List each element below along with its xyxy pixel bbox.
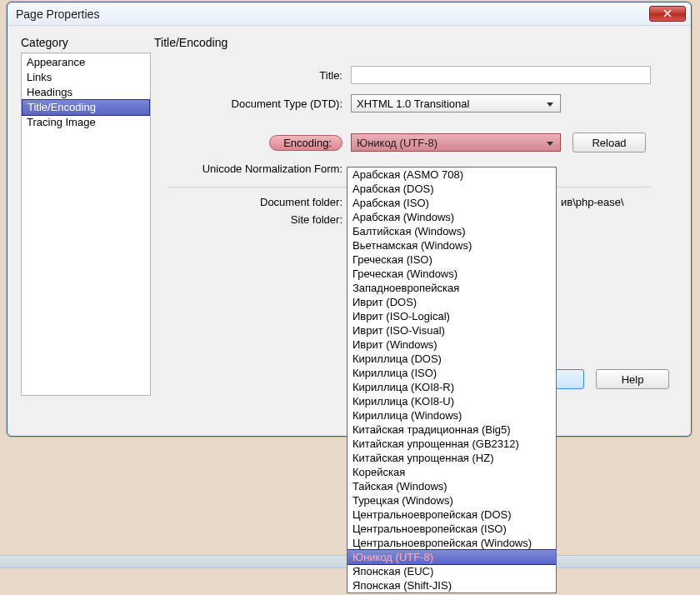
chevron-down-icon [543, 138, 557, 149]
close-icon [663, 9, 672, 19]
unf-label: Unicode Normalization Form: [168, 162, 351, 175]
site-folder-label: Site folder: [168, 213, 351, 226]
encoding-option[interactable]: Арабская (Windows) [348, 210, 556, 224]
encoding-option[interactable]: Кириллица (DOS) [348, 352, 556, 366]
encoding-option[interactable]: Арабская (DOS) [348, 182, 556, 196]
chevron-down-icon [543, 98, 557, 110]
dtd-combobox[interactable]: XHTML 1.0 Transitional [351, 94, 561, 112]
encoding-option[interactable]: Японская (EUC) [348, 564, 556, 578]
encoding-option[interactable]: Иврит (ISO-Logical) [348, 309, 556, 323]
help-button[interactable]: Help [596, 369, 669, 389]
encoding-option[interactable]: Корейская [348, 465, 556, 479]
encoding-option[interactable]: Центральноевропейская (DOS) [348, 508, 556, 522]
category-item-headings[interactable]: Headings [22, 85, 150, 100]
reload-button[interactable]: Reload [572, 132, 646, 152]
encoding-option[interactable]: Кириллица (KOI8-U) [348, 394, 556, 408]
encoding-option[interactable]: Кириллица (ISO) [348, 366, 556, 380]
title-input[interactable] [351, 66, 651, 84]
encoding-option[interactable]: Китайская упрощенная (GB2312) [348, 437, 556, 451]
encoding-option[interactable]: Иврит (Windows) [348, 338, 556, 352]
encoding-option[interactable]: Китайская упрощенная (HZ) [348, 451, 556, 465]
doc-folder-label: Document folder: [168, 196, 351, 208]
category-list[interactable]: Appearance Links Headings Title/Encoding… [21, 52, 151, 396]
encoding-value: Юникод (UTF-8) [357, 137, 438, 149]
encoding-option[interactable]: Иврит (DOS) [348, 295, 556, 309]
doc-folder-value: ив\php-ease\ [561, 196, 624, 208]
category-heading: Category [21, 36, 154, 49]
encoding-option[interactable]: Арабская (ASMO 708) [348, 168, 556, 182]
encoding-label: Encoding: [168, 135, 351, 151]
titlebar[interactable]: Page Properties [8, 2, 691, 26]
section-heading: Title/Encoding [154, 36, 228, 49]
dtd-label: Document Type (DTD): [168, 98, 351, 110]
encoding-option[interactable]: Центральноевропейская (Windows) [348, 536, 556, 550]
category-item-appearance[interactable]: Appearance [22, 55, 150, 70]
encoding-option[interactable]: Иврит (ISO-Visual) [348, 323, 556, 338]
encoding-combobox[interactable]: Юникод (UTF-8) [351, 133, 561, 152]
encoding-option[interactable]: Японская (Shift-JIS) [348, 578, 556, 592]
category-item-title-encoding[interactable]: Title/Encoding [22, 99, 150, 116]
encoding-option[interactable]: Кириллица (Windows) [348, 408, 556, 422]
encoding-option[interactable]: Греческая (ISO) [348, 252, 556, 267]
encoding-dropdown-list[interactable]: Арабская (ASMO 708)Арабская (DOS)Арабска… [347, 167, 557, 593]
encoding-option[interactable]: Тайская (Windows) [348, 479, 556, 493]
encoding-option[interactable]: Балтийская (Windows) [348, 224, 556, 238]
title-label: Title: [168, 69, 351, 82]
encoding-option[interactable]: Вьетнамская (Windows) [348, 238, 556, 252]
encoding-option[interactable]: Западноевропейская [348, 281, 556, 295]
encoding-option[interactable]: Китайская традиционная (Big5) [348, 422, 556, 437]
category-item-links[interactable]: Links [22, 70, 150, 85]
dtd-value: XHTML 1.0 Transitional [357, 98, 469, 110]
encoding-option[interactable]: Греческая (Windows) [348, 267, 556, 281]
close-button[interactable] [649, 6, 686, 22]
encoding-option[interactable]: Центральноевропейская (ISO) [348, 522, 556, 536]
encoding-option[interactable]: Арабская (ISO) [348, 196, 556, 210]
encoding-option[interactable]: Юникод (UTF-8) [348, 549, 556, 565]
window-title: Page Properties [16, 8, 99, 21]
encoding-option[interactable]: Турецкая (Windows) [348, 493, 556, 508]
encoding-option[interactable]: Кириллица (KOI8-R) [348, 380, 556, 394]
category-item-tracing-image[interactable]: Tracing Image [22, 115, 150, 130]
